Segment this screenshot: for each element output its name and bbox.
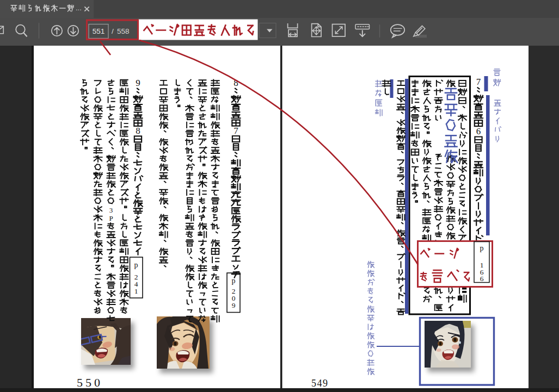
svg-text:9: 9 bbox=[232, 301, 236, 309]
svg-text:...: ... bbox=[76, 4, 82, 12]
svg-text:7: 7 bbox=[234, 126, 238, 136]
svg-text:558: 558 bbox=[117, 27, 130, 35]
svg-text:550: 550 bbox=[77, 376, 103, 389]
svg-text:/: / bbox=[112, 27, 114, 35]
svg-text:9: 9 bbox=[136, 78, 140, 88]
svg-text:p: p bbox=[480, 244, 484, 252]
svg-text:6: 6 bbox=[480, 275, 484, 283]
svg-text:p: p bbox=[134, 261, 138, 269]
svg-text:8: 8 bbox=[136, 126, 140, 136]
svg-text:551: 551 bbox=[93, 27, 105, 35]
svg-text:1: 1 bbox=[134, 287, 138, 295]
svg-text:549: 549 bbox=[311, 378, 329, 389]
svg-text:3: 3 bbox=[109, 206, 113, 214]
svg-text:p: p bbox=[232, 277, 236, 285]
svg-text:7: 7 bbox=[476, 77, 481, 87]
svg-text:P: P bbox=[109, 214, 113, 222]
svg-text:6: 6 bbox=[476, 126, 481, 136]
